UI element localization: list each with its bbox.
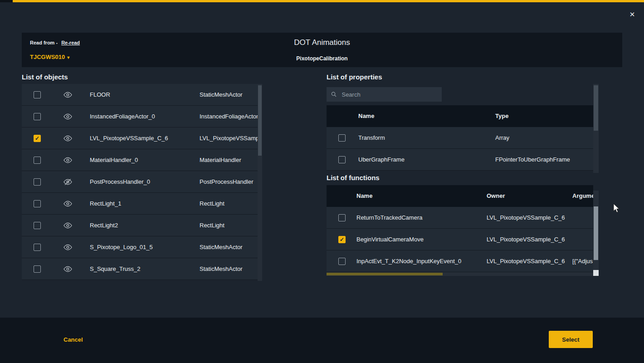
function-name: ReturnToTrackedCamera xyxy=(356,207,422,228)
checkbox[interactable] xyxy=(34,265,41,273)
window-accent-bar xyxy=(0,0,644,2)
checkbox[interactable] xyxy=(34,200,41,207)
property-type: Array xyxy=(495,127,509,148)
objects-scrollbar-thumb[interactable] xyxy=(258,85,262,156)
object-type: RectLight xyxy=(200,215,224,236)
properties-table: Name Type TransformArrayUberGraphFrameFP… xyxy=(327,105,593,171)
functions-scrollbar-thumb[interactable] xyxy=(594,206,598,260)
functions-rows: ReturnToTrackedCameraLVL_PixotopeVSSampl… xyxy=(327,207,593,272)
object-row[interactable]: FLOORStaticMeshActor xyxy=(22,84,258,106)
object-row[interactable]: PostProcessHandler_0PostProcessHandler xyxy=(22,171,258,193)
property-row[interactable]: UberGraphFrameFPointerToUberGraphFrame xyxy=(327,149,593,171)
checkbox[interactable] xyxy=(338,156,346,163)
properties-scrollbar[interactable] xyxy=(593,84,599,173)
visibility-icon[interactable] xyxy=(63,222,72,231)
select-button[interactable]: Select xyxy=(549,331,593,348)
function-row[interactable]: ReturnToTrackedCameraLVL_PixotopeVSSampl… xyxy=(327,207,593,229)
function-row[interactable]: InpActEvt_T_K2Node_InputKeyEvent_0LVL_Pi… xyxy=(327,250,593,272)
function-arguments: [{"Adjus xyxy=(572,250,593,272)
objects-scrollbar[interactable] xyxy=(258,84,262,281)
visibility-icon[interactable] xyxy=(63,200,72,209)
object-name: PostProcessHandler_0 xyxy=(90,171,150,192)
object-type: PostProcessHandler xyxy=(200,171,254,192)
object-name: S_Square_Truss_2 xyxy=(90,258,141,280)
function-name: InpActEvt_T_K2Node_InputKeyEvent_0 xyxy=(356,250,461,272)
objects-list: FLOORStaticMeshActorInstancedFoliageActo… xyxy=(22,84,262,281)
search-input[interactable] xyxy=(341,91,437,98)
checkbox[interactable] xyxy=(338,134,346,142)
object-name: RectLight2 xyxy=(90,215,118,236)
object-row[interactable]: RectLight2RectLight xyxy=(22,215,258,236)
object-name: FLOOR xyxy=(90,84,110,105)
checkbox[interactable] xyxy=(34,91,41,98)
checkbox[interactable]: ✓ xyxy=(338,236,346,243)
close-icon[interactable]: ✕ xyxy=(628,10,637,19)
property-name: UberGraphFrame xyxy=(358,149,405,170)
dialog-title: DOT Animations xyxy=(22,38,622,47)
checkbox[interactable] xyxy=(34,157,41,164)
functions-heading: List of functions xyxy=(327,174,380,182)
visibility-icon[interactable] xyxy=(63,135,72,143)
function-owner: LVL_PixotopeVSSample_C_6 xyxy=(487,229,565,250)
checkbox[interactable]: ✓ xyxy=(34,135,41,142)
checkbox[interactable] xyxy=(338,214,346,221)
dialog-header: Read from -Re-read TJCGWS010▾ DOT Animat… xyxy=(22,33,622,67)
scrollbar-corner xyxy=(593,270,599,276)
property-name: Transform xyxy=(358,127,385,148)
object-row[interactable]: S_Pixotope_Logo_01_5StaticMeshActor xyxy=(22,236,258,258)
checkbox[interactable] xyxy=(338,258,346,265)
function-row[interactable]: ✓BeginVirtualCameraMoveLVL_PixotopeVSSam… xyxy=(327,229,593,250)
object-type: StaticMeshActor xyxy=(200,258,243,280)
checkbox[interactable] xyxy=(34,244,41,251)
visibility-icon[interactable] xyxy=(63,244,72,252)
object-row[interactable]: S_Square_Truss_2StaticMeshActor xyxy=(22,258,258,280)
functions-table: Name Owner Arguments ReturnToTrackedCame… xyxy=(327,185,593,272)
dialog-footer: Cancel Select xyxy=(0,318,644,363)
object-type: RectLight xyxy=(200,193,224,214)
checkbox[interactable] xyxy=(34,113,41,120)
properties-scrollbar-thumb[interactable] xyxy=(594,85,598,131)
cancel-button[interactable]: Cancel xyxy=(63,336,83,343)
visibility-icon[interactable] xyxy=(63,157,72,165)
function-name: BeginVirtualCameraMove xyxy=(356,229,424,250)
visibility-icon[interactable] xyxy=(63,265,72,274)
properties-column-name: Name xyxy=(358,105,374,127)
functions-horizontal-scrollbar[interactable] xyxy=(327,272,593,276)
function-owner: LVL_PixotopeVSSample_C_6 xyxy=(487,207,565,228)
checkbox[interactable] xyxy=(34,222,41,229)
visibility-icon[interactable] xyxy=(63,113,72,122)
function-owner: LVL_PixotopeVSSample_C_6 xyxy=(487,250,565,272)
functions-column-name: Name xyxy=(356,185,372,206)
object-name: S_Pixotope_Logo_01_5 xyxy=(90,236,153,258)
object-name: MaterialHandler_0 xyxy=(90,149,138,171)
object-name: RectLight_1 xyxy=(90,193,121,214)
object-row[interactable]: InstancedFoliageActor_0InstancedFoliageA… xyxy=(22,106,258,128)
dialog-subtitle: PixotopeCalibration xyxy=(22,55,622,62)
property-row[interactable]: TransformArray xyxy=(327,127,593,149)
properties-heading: List of properties xyxy=(327,73,382,81)
object-name: InstancedFoliageActor_0 xyxy=(90,106,155,127)
object-row[interactable]: RectLight_1RectLight xyxy=(22,193,258,215)
objects-heading: List of objects xyxy=(22,73,68,81)
functions-column-arguments: Arguments xyxy=(572,185,593,206)
object-type: LVL_PixotopeVSSample_C xyxy=(200,128,258,149)
functions-scrollbar[interactable] xyxy=(593,191,599,271)
visibility-icon[interactable] xyxy=(63,91,72,100)
object-type: StaticMeshActor xyxy=(200,236,243,258)
object-row[interactable]: ✓LVL_PixotopeVSSample_C_6LVL_PixotopeVSS… xyxy=(22,128,258,149)
functions-table-header: Name Owner Arguments xyxy=(327,185,593,207)
objects-rows: FLOORStaticMeshActorInstancedFoliageActo… xyxy=(22,84,258,280)
object-type: InstancedFoliageActor xyxy=(200,106,258,127)
functions-column-owner: Owner xyxy=(487,185,505,206)
visibility-off-icon[interactable] xyxy=(63,178,72,187)
properties-column-type: Type xyxy=(495,105,508,127)
checkbox[interactable] xyxy=(34,178,41,186)
object-row[interactable]: MaterialHandler_0MaterialHandler xyxy=(22,149,258,171)
titlebar-notch xyxy=(0,0,13,2)
properties-rows: TransformArrayUberGraphFrameFPointerToUb… xyxy=(327,127,593,171)
object-type: MaterialHandler xyxy=(200,149,241,171)
functions-horizontal-scrollbar-thumb[interactable] xyxy=(327,273,443,275)
properties-search[interactable] xyxy=(327,87,442,102)
object-type: StaticMeshActor xyxy=(200,84,243,105)
object-name: LVL_PixotopeVSSample_C_6 xyxy=(90,128,168,149)
